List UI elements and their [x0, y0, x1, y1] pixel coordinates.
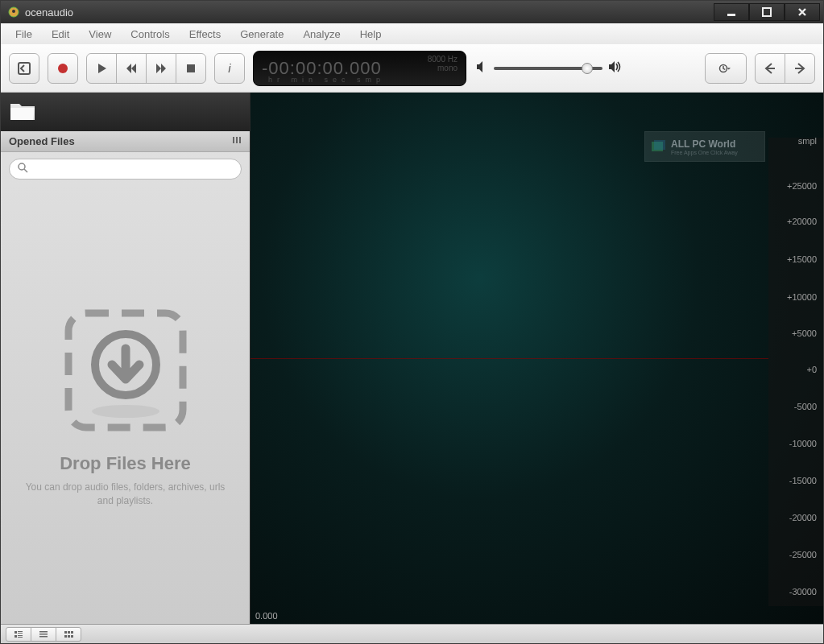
svg-rect-6	[187, 64, 195, 72]
y-tick: -30000	[789, 587, 817, 597]
menu-edit[interactable]: Edit	[42, 27, 79, 42]
menu-effects[interactable]: Effects	[180, 27, 231, 42]
svg-rect-3	[763, 8, 771, 16]
forward-button[interactable]	[146, 53, 176, 84]
y-tick: -25000	[789, 550, 817, 559]
menu-analyze[interactable]: Analyze	[293, 27, 350, 42]
app-window: ocenaudio File Edit View Controls Effect…	[0, 0, 824, 644]
y-tick: +0	[806, 365, 817, 374]
svg-rect-23	[39, 636, 48, 638]
svg-rect-21	[39, 631, 48, 633]
y-tick: -15000	[789, 476, 817, 485]
zero-line	[251, 358, 768, 359]
svg-rect-17	[18, 633, 23, 634]
time-units: hr min sec smp	[268, 76, 385, 84]
waveform-area[interactable]: ALL PC World Free Apps One Click Away sm…	[251, 93, 823, 624]
window-close-button[interactable]	[785, 3, 820, 21]
y-tick: -5000	[794, 402, 817, 411]
drop-zone[interactable]: Drop Files Here You can drop audio files…	[1, 186, 250, 624]
volume-control	[474, 60, 623, 77]
watermark-sub: Free Apps One Click Away	[671, 150, 738, 155]
menu-generate[interactable]: Generate	[230, 27, 293, 42]
y-tick: +10000	[787, 292, 817, 302]
y-tick: +15000	[787, 254, 817, 264]
svg-rect-14	[654, 140, 665, 150]
sidebar-header: Opened Files	[1, 131, 250, 152]
svg-point-12	[92, 405, 159, 418]
drop-subtitle: You can drop audio files, folders, archi…	[25, 481, 226, 508]
drop-target-icon	[57, 302, 194, 442]
svg-rect-26	[71, 631, 73, 634]
svg-rect-15	[14, 631, 17, 634]
svg-rect-16	[18, 631, 23, 632]
svg-rect-24	[64, 631, 67, 634]
transport-group	[86, 53, 206, 84]
menu-file[interactable]: File	[6, 27, 42, 42]
nav-group	[755, 53, 815, 84]
y-unit-label: smpl	[798, 136, 817, 146]
sidebar-toggle-button[interactable]	[9, 53, 39, 84]
volume-thumb[interactable]	[582, 63, 593, 74]
channels-label: mono	[428, 64, 458, 72]
y-tick: -20000	[789, 513, 817, 522]
menu-controls[interactable]: Controls	[121, 27, 179, 42]
svg-rect-25	[68, 631, 70, 634]
menu-view[interactable]: View	[79, 27, 121, 42]
info-button[interactable]: i	[214, 53, 245, 84]
y-tick: +20000	[787, 217, 817, 226]
svg-rect-18	[14, 635, 17, 638]
folder-icon[interactable]	[9, 99, 36, 125]
sidebar-title: Opened Files	[9, 135, 75, 147]
time-axis-origin: 0.000	[255, 611, 278, 621]
svg-point-5	[58, 64, 68, 73]
record-button[interactable]	[48, 53, 78, 84]
svg-rect-29	[71, 635, 73, 638]
window-minimize-button[interactable]	[714, 3, 749, 21]
watermark-title: ALL PC World	[671, 138, 738, 150]
svg-text:i: i	[228, 61, 231, 75]
content: Opened Files	[1, 93, 823, 624]
sidebar-top	[1, 93, 250, 131]
svg-rect-28	[68, 635, 70, 638]
volume-high-icon	[607, 60, 623, 77]
y-tick: -10000	[789, 439, 817, 448]
view-detailed-button[interactable]	[6, 627, 31, 642]
hamburger-icon[interactable]	[232, 135, 242, 147]
time-display: -00:00:00.000 8000 Hz mono hr min sec sm…	[253, 51, 466, 86]
svg-rect-2	[727, 14, 735, 16]
rewind-button[interactable]	[116, 53, 147, 84]
svg-point-9	[19, 163, 25, 170]
search-icon	[18, 162, 28, 176]
y-tick: +5000	[792, 328, 817, 338]
stop-button[interactable]	[176, 53, 206, 84]
titlebar: ocenaudio	[1, 1, 823, 23]
footer	[1, 624, 823, 643]
drop-title: Drop Files Here	[60, 453, 191, 474]
svg-point-1	[12, 10, 15, 13]
volume-low-icon	[474, 60, 489, 77]
svg-rect-27	[64, 635, 67, 638]
view-grid-button[interactable]	[56, 627, 81, 642]
play-button[interactable]	[86, 53, 117, 84]
svg-rect-20	[18, 637, 23, 638]
toolbar: i -00:00:00.000 8000 Hz mono hr min sec …	[1, 44, 823, 93]
search-input[interactable]	[33, 163, 233, 175]
svg-rect-19	[18, 635, 23, 636]
svg-rect-22	[39, 634, 48, 635]
app-icon	[7, 6, 20, 19]
window-title: ocenaudio	[25, 6, 714, 19]
window-maximize-button[interactable]	[749, 3, 785, 21]
menu-help[interactable]: Help	[350, 27, 391, 42]
nav-back-button[interactable]	[755, 53, 785, 84]
volume-slider[interactable]	[494, 67, 602, 70]
y-tick: +25000	[787, 181, 817, 191]
nav-forward-button[interactable]	[785, 53, 815, 84]
audio-meta: 8000 Hz mono	[428, 55, 458, 72]
history-button[interactable]	[705, 53, 747, 84]
sidebar-search	[1, 152, 250, 186]
view-list-button[interactable]	[31, 627, 56, 642]
sample-rate-label: 8000 Hz	[428, 55, 458, 64]
sidebar: Opened Files	[1, 93, 251, 624]
menubar: File Edit View Controls Effects Generate…	[1, 23, 823, 44]
y-axis: smpl +25000 +20000 +15000 +10000 +5000 +…	[768, 138, 823, 606]
